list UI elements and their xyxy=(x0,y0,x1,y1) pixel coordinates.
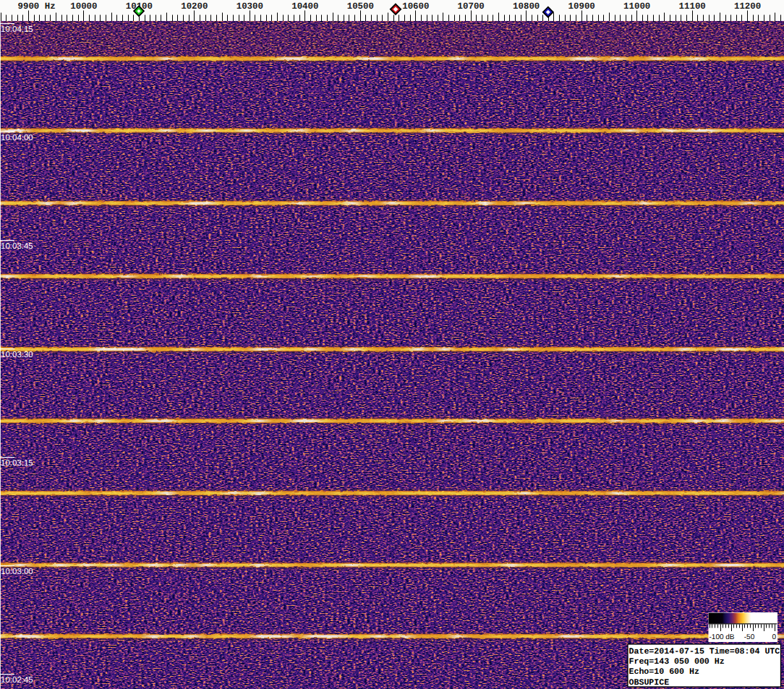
svg-text:10600: 10600 xyxy=(402,1,429,12)
svg-text:10700: 10700 xyxy=(458,1,485,12)
svg-text:11100: 11100 xyxy=(679,1,706,12)
svg-text:10300: 10300 xyxy=(237,1,263,12)
svg-text:10:04:00: 10:04:00 xyxy=(1,134,33,142)
svg-text:10500: 10500 xyxy=(347,1,374,12)
svg-text:10:03:00: 10:03:00 xyxy=(1,568,33,576)
svg-text:Date=2014-07-15 Time=08:04 UTC: Date=2014-07-15 Time=08:04 UTC xyxy=(629,647,780,656)
svg-text:10:03:30: 10:03:30 xyxy=(1,351,33,359)
svg-text:10:04:15: 10:04:15 xyxy=(1,25,33,34)
svg-text:10:02:45: 10:02:45 xyxy=(1,676,33,685)
svg-text:10800: 10800 xyxy=(513,1,540,12)
svg-text:0: 0 xyxy=(772,633,776,641)
svg-text:11200: 11200 xyxy=(734,1,761,12)
svg-text:10000: 10000 xyxy=(70,1,97,12)
svg-text:10:03:15: 10:03:15 xyxy=(1,459,33,468)
svg-text:11000: 11000 xyxy=(623,1,650,12)
svg-text:Echo=10 600 Hz: Echo=10 600 Hz xyxy=(629,667,699,677)
svg-text:-50: -50 xyxy=(744,633,755,641)
svg-text:10900: 10900 xyxy=(568,1,595,12)
svg-text:10400: 10400 xyxy=(291,1,318,12)
svg-text:-100 dB: -100 dB xyxy=(710,633,735,641)
svg-text:OBSUPICE: OBSUPICE xyxy=(629,678,670,688)
svg-text:9900 Hz: 9900 Hz xyxy=(18,1,56,12)
svg-text:10:03:45: 10:03:45 xyxy=(1,242,33,251)
svg-text:10200: 10200 xyxy=(181,1,208,12)
svg-text:Freq=143 050 000 Hz: Freq=143 050 000 Hz xyxy=(629,657,725,667)
